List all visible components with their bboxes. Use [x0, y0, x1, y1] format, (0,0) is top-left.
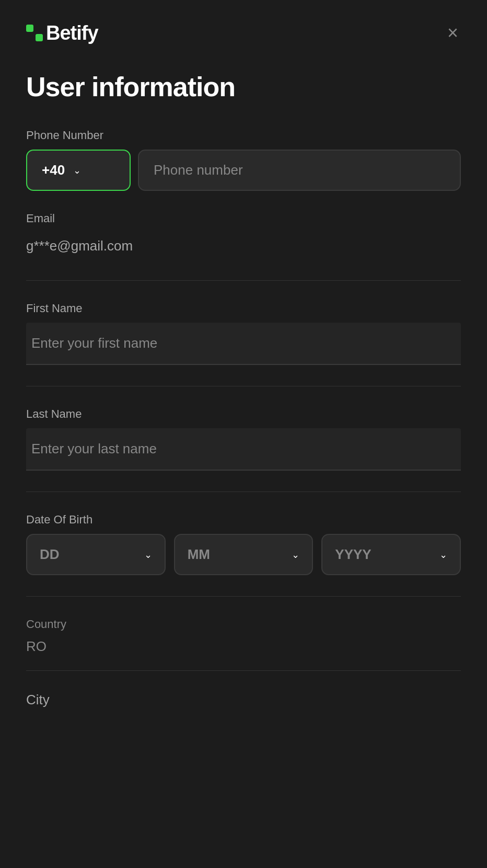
- country-code-selector[interactable]: +40 ⌄: [26, 150, 131, 191]
- dob-year-selector[interactable]: YYYY ⌄: [321, 534, 461, 575]
- last-name-input[interactable]: [26, 428, 461, 471]
- logo-text: Betify: [46, 22, 98, 44]
- dob-month-selector[interactable]: MM ⌄: [174, 534, 314, 575]
- dot-br: [36, 34, 43, 41]
- dob-year-chevron-icon: ⌄: [439, 549, 447, 561]
- country-value: RO: [26, 638, 461, 655]
- page-title: User information: [26, 71, 461, 102]
- dob-year-placeholder: YYYY: [335, 546, 371, 563]
- logo-dots-icon: [26, 25, 43, 41]
- dot-bl: [26, 34, 33, 41]
- last-name-section: Last Name: [26, 407, 461, 471]
- dob-divider: [26, 596, 461, 597]
- page-container: Betify × User information Phone Number +…: [0, 0, 487, 868]
- header: Betify ×: [26, 21, 461, 45]
- dot-tl: [26, 25, 33, 32]
- phone-row: +40 ⌄ Phone number: [26, 150, 461, 191]
- dob-row: DD ⌄ MM ⌄ YYYY ⌄: [26, 534, 461, 575]
- dob-day-selector[interactable]: DD ⌄: [26, 534, 166, 575]
- dob-month-chevron-icon: ⌄: [292, 549, 299, 561]
- phone-placeholder: Phone number: [154, 162, 243, 178]
- email-label: Email: [26, 212, 461, 225]
- email-value: g***e@gmail.com: [26, 233, 461, 259]
- country-label: Country: [26, 618, 461, 631]
- first-name-input[interactable]: [26, 323, 461, 365]
- dob-day-chevron-icon: ⌄: [144, 549, 152, 561]
- email-section: Email g***e@gmail.com: [26, 212, 461, 259]
- phone-number-input[interactable]: Phone number: [138, 150, 461, 191]
- first-name-section: First Name: [26, 302, 461, 365]
- dot-tr: [36, 25, 43, 32]
- dob-month-placeholder: MM: [188, 546, 210, 563]
- city-label: City: [26, 692, 461, 708]
- last-name-divider: [26, 492, 461, 492]
- chevron-down-icon: ⌄: [73, 165, 81, 176]
- email-divider: [26, 280, 461, 281]
- phone-number-section: Phone Number +40 ⌄ Phone number: [26, 129, 461, 191]
- country-section: Country RO: [26, 618, 461, 671]
- first-name-label: First Name: [26, 302, 461, 315]
- country-code-value: +40: [42, 162, 65, 178]
- logo-container: Betify: [26, 22, 98, 44]
- dob-day-placeholder: DD: [40, 546, 60, 563]
- dob-label: Date Of Birth: [26, 513, 461, 527]
- last-name-label: Last Name: [26, 407, 461, 421]
- city-section: City: [26, 692, 461, 708]
- close-button[interactable]: ×: [445, 21, 461, 45]
- logo-wrapper: Betify: [26, 22, 98, 44]
- first-name-divider: [26, 386, 461, 386]
- dob-section: Date Of Birth DD ⌄ MM ⌄ YYYY ⌄: [26, 513, 461, 575]
- phone-number-label: Phone Number: [26, 129, 461, 142]
